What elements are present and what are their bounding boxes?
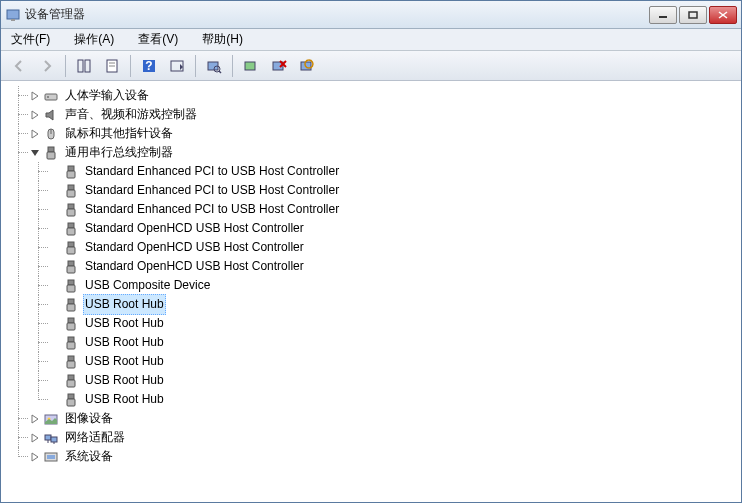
tree-cat-imaging[interactable]: 图像设备 (9, 409, 741, 428)
svg-rect-61 (47, 455, 55, 459)
tree-usb-item-icon (63, 202, 79, 218)
tree-usb-item[interactable]: USB Root Hub (9, 314, 741, 333)
svg-rect-1 (11, 19, 15, 21)
uninstall-button[interactable] (267, 54, 291, 78)
svg-rect-39 (67, 266, 75, 273)
tree-item-label: 图像设备 (63, 409, 115, 428)
tree-cat-sound[interactable]: 声音、视频和游戏控制器 (9, 105, 741, 124)
show-hide-tree-button[interactable] (72, 54, 96, 78)
svg-rect-26 (48, 147, 54, 152)
svg-rect-52 (68, 394, 74, 399)
tree-usb-item-icon (63, 259, 79, 275)
svg-rect-43 (67, 304, 75, 311)
help-button[interactable]: ? (137, 54, 161, 78)
tree-usb-item[interactable]: USB Root Hub (9, 390, 741, 409)
tree-cat-hid[interactable]: 人体学输入设备 (9, 86, 741, 105)
svg-rect-56 (45, 435, 51, 440)
tree-item-label: USB Composite Device (83, 276, 212, 295)
svg-rect-33 (67, 209, 75, 216)
tree-usb-item[interactable]: Standard OpenHCD USB Host Controller (9, 257, 741, 276)
expand-icon[interactable] (29, 128, 41, 140)
tree-usb-item[interactable]: USB Root Hub (9, 371, 741, 390)
tree-usb-item[interactable]: USB Composite Device (9, 276, 741, 295)
expand-icon[interactable] (29, 432, 41, 444)
content-area: 人体学输入设备声音、视频和游戏控制器鼠标和其他指针设备通用串行总线控制器Stan… (1, 81, 741, 502)
svg-rect-32 (68, 204, 74, 209)
tree-item-label: 网络适配器 (63, 428, 127, 447)
expand-icon[interactable] (29, 413, 41, 425)
tree-item-label: USB Root Hub (83, 333, 166, 352)
menu-view[interactable]: 查看(V) (132, 29, 184, 50)
tree-item-label: 人体学输入设备 (63, 86, 151, 105)
svg-rect-53 (67, 399, 75, 406)
tree-usb-item[interactable]: USB Root Hub (9, 352, 741, 371)
svg-rect-42 (68, 299, 74, 304)
tree-usb-item[interactable]: USB Root Hub (9, 295, 741, 314)
tree-item-label: Standard Enhanced PCI to USB Host Contro… (83, 162, 341, 181)
tree-usb-item-icon (63, 221, 79, 237)
expand-icon[interactable] (29, 90, 41, 102)
svg-rect-35 (67, 228, 75, 235)
svg-rect-50 (68, 375, 74, 380)
svg-rect-17 (245, 62, 255, 70)
tree-usb-item[interactable]: USB Root Hub (9, 333, 741, 352)
expand-icon[interactable] (29, 109, 41, 121)
tree-usb-item[interactable]: Standard OpenHCD USB Host Controller (9, 238, 741, 257)
menu-action[interactable]: 操作(A) (68, 29, 120, 50)
svg-rect-36 (68, 242, 74, 247)
tree-cat-network-icon (43, 430, 59, 446)
tree-usb-item-icon (63, 335, 79, 351)
menu-file[interactable]: 文件(F) (5, 29, 56, 50)
minimize-button[interactable] (649, 6, 677, 24)
tree-usb-item-icon (63, 316, 79, 332)
close-button[interactable] (709, 6, 737, 24)
tree-cat-mouse-icon (43, 126, 59, 142)
properties-button[interactable] (100, 54, 124, 78)
tree-usb-item-icon (63, 297, 79, 313)
action-button[interactable] (165, 54, 189, 78)
tree-usb-item[interactable]: Standard OpenHCD USB Host Controller (9, 219, 741, 238)
svg-rect-37 (67, 247, 75, 254)
tree-usb-item[interactable]: Standard Enhanced PCI to USB Host Contro… (9, 200, 741, 219)
tree-usb-item[interactable]: Standard Enhanced PCI to USB Host Contro… (9, 162, 741, 181)
menubar: 文件(F) 操作(A) 查看(V) 帮助(H) (1, 29, 741, 51)
maximize-button[interactable] (679, 6, 707, 24)
svg-rect-40 (68, 280, 74, 285)
nav-forward-button (35, 54, 59, 78)
tree-item-label: 声音、视频和游戏控制器 (63, 105, 199, 124)
tree-usb-item-icon (63, 240, 79, 256)
tree-cat-system-icon (43, 449, 59, 465)
svg-line-16 (219, 71, 221, 73)
tree-usb-item-icon (63, 373, 79, 389)
scan-hardware-button[interactable] (202, 54, 226, 78)
svg-rect-46 (68, 337, 74, 342)
svg-rect-30 (68, 185, 74, 190)
svg-rect-6 (78, 60, 83, 72)
tree-cat-system[interactable]: 系统设备 (9, 447, 741, 466)
tree-cat-network[interactable]: 网络适配器 (9, 428, 741, 447)
update-driver-button[interactable] (239, 54, 263, 78)
svg-rect-51 (67, 380, 75, 387)
tree-item-label: USB Root Hub (83, 390, 166, 409)
svg-rect-47 (67, 342, 75, 349)
svg-rect-44 (68, 318, 74, 323)
expand-icon[interactable] (29, 451, 41, 463)
device-manager-window: 设备管理器 文件(F) 操作(A) 查看(V) 帮助(H) ? 人体学输入设备声… (0, 0, 742, 503)
collapse-icon[interactable] (29, 147, 41, 159)
tree-cat-mouse[interactable]: 鼠标和其他指针设备 (9, 124, 741, 143)
tree-usb-item-icon (63, 183, 79, 199)
disable-button[interactable] (295, 54, 319, 78)
toolbar: ? (1, 51, 741, 81)
tree-item-label: Standard OpenHCD USB Host Controller (83, 238, 306, 257)
tree-cat-usb-icon (43, 145, 59, 161)
svg-rect-27 (47, 152, 55, 159)
svg-rect-7 (85, 60, 90, 72)
svg-rect-3 (689, 12, 697, 18)
tree-usb-item-icon (63, 354, 79, 370)
tree-usb-item[interactable]: Standard Enhanced PCI to USB Host Contro… (9, 181, 741, 200)
menu-help[interactable]: 帮助(H) (196, 29, 249, 50)
device-tree[interactable]: 人体学输入设备声音、视频和游戏控制器鼠标和其他指针设备通用串行总线控制器Stan… (1, 82, 741, 502)
tree-usb-item-icon (63, 392, 79, 408)
tree-cat-usb[interactable]: 通用串行总线控制器 (9, 143, 741, 162)
tree-usb-item-icon (63, 278, 79, 294)
